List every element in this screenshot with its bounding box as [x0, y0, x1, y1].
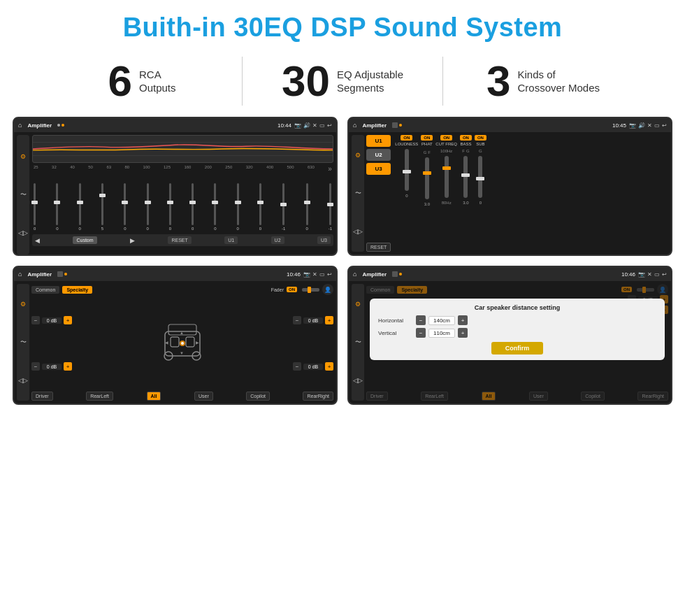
- u1-button[interactable]: U1: [366, 135, 391, 147]
- cutfreq-slider[interactable]: [445, 156, 449, 198]
- fader-on-btn[interactable]: ON: [287, 287, 297, 292]
- horizontal-plus-btn[interactable]: +: [458, 315, 468, 325]
- eq-slider-14[interactable]: -1: [329, 183, 332, 231]
- plus-btn-4[interactable]: +: [325, 362, 333, 371]
- u2-button[interactable]: U2: [366, 149, 391, 161]
- dialog-icon-eq[interactable]: ⚙: [355, 299, 361, 310]
- eq-reset-btn[interactable]: RESET: [168, 236, 191, 244]
- close-icon-2[interactable]: ✕: [647, 122, 652, 129]
- eq-prev-btn[interactable]: ◀: [35, 237, 40, 244]
- back-icon-2[interactable]: ↩: [662, 122, 667, 129]
- cross-icon-eq[interactable]: ⚙: [355, 150, 361, 161]
- back-icon-3[interactable]: ↩: [327, 271, 332, 278]
- close-icon-1[interactable]: ✕: [312, 122, 317, 129]
- u3-button[interactable]: U3: [366, 163, 391, 175]
- eq-slider-9[interactable]: 0: [214, 183, 216, 231]
- eq-slider-6[interactable]: 0: [146, 183, 148, 231]
- cross-icon-vol[interactable]: ◁▷: [353, 226, 363, 237]
- vertical-plus-btn[interactable]: +: [458, 328, 468, 338]
- plus-btn-3[interactable]: +: [325, 316, 333, 324]
- camera-icon-1: 📷: [294, 122, 301, 129]
- car-diagram: ▲ ▼ ◀ ▶: [75, 297, 290, 389]
- minus-btn-2[interactable]: −: [31, 362, 40, 371]
- bass-on[interactable]: ON: [460, 135, 472, 141]
- eq-custom-btn[interactable]: Custom: [73, 236, 96, 244]
- minus-btn-3[interactable]: −: [293, 316, 301, 324]
- window-icon-1[interactable]: ▭: [319, 122, 325, 129]
- back-icon-1[interactable]: ↩: [327, 122, 332, 129]
- sub-slider[interactable]: [478, 156, 482, 198]
- confirm-button[interactable]: Confirm: [491, 342, 544, 354]
- vertical-minus-btn[interactable]: −: [416, 328, 426, 338]
- fader-slider[interactable]: [302, 288, 319, 292]
- eq-slider-7[interactable]: 0: [169, 183, 171, 231]
- common-tab[interactable]: Common: [31, 286, 59, 294]
- eq-icon-speaker[interactable]: ◁▷: [18, 227, 28, 238]
- horizontal-row: Horizontal − 140cm +: [378, 315, 656, 325]
- eq-slider-5[interactable]: 0: [124, 183, 126, 231]
- eq-slider-13[interactable]: 0: [305, 183, 308, 231]
- back-icon-4[interactable]: ↩: [662, 271, 667, 278]
- home-icon-3[interactable]: ⌂: [18, 271, 22, 278]
- plus-btn-2[interactable]: +: [64, 362, 72, 371]
- eq-graph: [32, 135, 333, 163]
- home-icon-4[interactable]: ⌂: [353, 271, 356, 278]
- spec-icon-eq[interactable]: ⚙: [20, 299, 26, 310]
- window-icon-4[interactable]: ▭: [654, 271, 660, 278]
- bass-slider[interactable]: [463, 156, 468, 198]
- sub-on[interactable]: ON: [475, 135, 486, 141]
- eq-slider-8[interactable]: 0: [192, 183, 194, 231]
- home-icon-1[interactable]: ⌂: [18, 122, 22, 129]
- driver-btn-3[interactable]: Driver: [31, 392, 53, 401]
- eq-slider-3[interactable]: 0: [79, 183, 81, 231]
- eq-slider-1[interactable]: 0: [34, 183, 36, 231]
- eq-icon-tune[interactable]: ⚙: [20, 151, 26, 162]
- cross-reset-btn[interactable]: RESET: [366, 243, 391, 252]
- loudness-on[interactable]: ON: [401, 135, 412, 141]
- rearleft-btn-3[interactable]: RearLeft: [86, 392, 113, 401]
- eq-slider-4[interactable]: 5: [101, 183, 103, 231]
- window-icon-2[interactable]: ▭: [654, 122, 660, 129]
- spec-icon-vol[interactable]: ◁▷: [18, 375, 28, 386]
- all-btn-3[interactable]: All: [147, 392, 161, 401]
- minus-btn-1[interactable]: −: [31, 316, 40, 324]
- eq-chevron-right[interactable]: »: [328, 165, 332, 173]
- cross-icon-wave[interactable]: 〜: [355, 187, 361, 200]
- cross-icon-3[interactable]: ✕: [312, 271, 317, 278]
- horizontal-minus-btn[interactable]: −: [416, 315, 426, 325]
- rearright-btn-3[interactable]: RearRight: [303, 392, 333, 401]
- copilot-btn-3[interactable]: Copilot: [246, 392, 270, 401]
- eq-slider-12[interactable]: -1: [282, 183, 285, 231]
- specialty-tab[interactable]: Specialty: [62, 286, 92, 294]
- minus-btn-4[interactable]: −: [293, 362, 301, 371]
- home-icon-2[interactable]: ⌂: [353, 122, 356, 129]
- time-2: 10:45: [612, 122, 626, 129]
- user-btn-3[interactable]: User: [194, 392, 213, 401]
- eq-label-40: 40: [70, 165, 75, 173]
- vertical-row: Vertical − 110cm +: [378, 328, 656, 338]
- eq-play-btn[interactable]: ▶: [130, 237, 135, 244]
- eq-slider-10[interactable]: 0: [237, 183, 239, 231]
- eq-icon-wave[interactable]: 〜: [20, 188, 27, 201]
- phat-on[interactable]: ON: [421, 135, 433, 141]
- close-icon-4[interactable]: ✕: [647, 271, 652, 278]
- phat-slider[interactable]: [425, 157, 429, 199]
- level-val-2: 0 dB: [42, 364, 62, 370]
- eq-slider-2[interactable]: 0: [56, 183, 58, 231]
- eq-u3-btn[interactable]: U3: [317, 236, 331, 244]
- eq-u2-btn[interactable]: U2: [271, 236, 284, 244]
- spec-icon-wave[interactable]: 〜: [20, 336, 27, 349]
- level-val-3: 0 dB: [303, 317, 323, 324]
- window-icon-3[interactable]: ▭: [319, 271, 325, 278]
- level-row-4: − 0 dB +: [293, 362, 333, 371]
- loudness-slider[interactable]: [405, 149, 409, 191]
- eq-slider-11[interactable]: 0: [259, 183, 261, 231]
- eq-side-bar: ⚙ 〜 ◁▷: [17, 135, 29, 255]
- common-tab-4: Common: [366, 286, 394, 294]
- plus-btn-1[interactable]: +: [64, 316, 72, 324]
- person-icon[interactable]: 👤: [322, 284, 333, 295]
- cutfreq-on[interactable]: ON: [440, 135, 452, 141]
- dialog-icon-wave[interactable]: 〜: [355, 336, 361, 349]
- eq-u1-btn[interactable]: U1: [224, 236, 238, 244]
- dialog-icon-vol[interactable]: ◁▷: [353, 375, 363, 386]
